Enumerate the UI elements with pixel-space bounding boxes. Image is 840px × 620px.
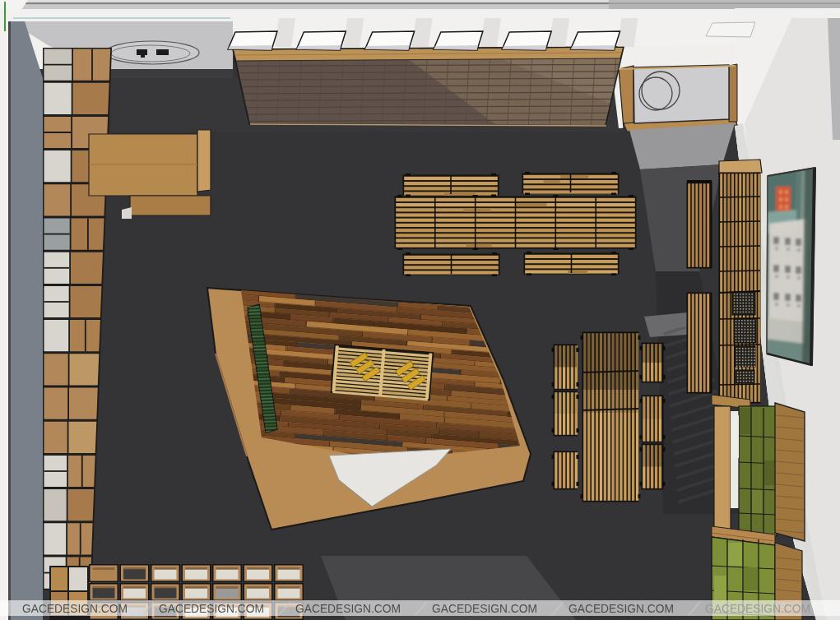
svg-text:GACEDESIGN.COM: GACEDESIGN.COM	[159, 601, 264, 615]
svg-text:GACEDESIGN.COM: GACEDESIGN.COM	[22, 601, 128, 615]
svg-text:GACEDESIGN.COM: GACEDESIGN.COM	[569, 601, 674, 615]
svg-text:GACEDESIGN.COM: GACEDESIGN.COM	[705, 601, 810, 615]
svg-text:GACEDESIGN.COM: GACEDESIGN.COM	[295, 601, 401, 615]
svg-text:GACEDESIGN.COM: GACEDESIGN.COM	[432, 601, 537, 615]
